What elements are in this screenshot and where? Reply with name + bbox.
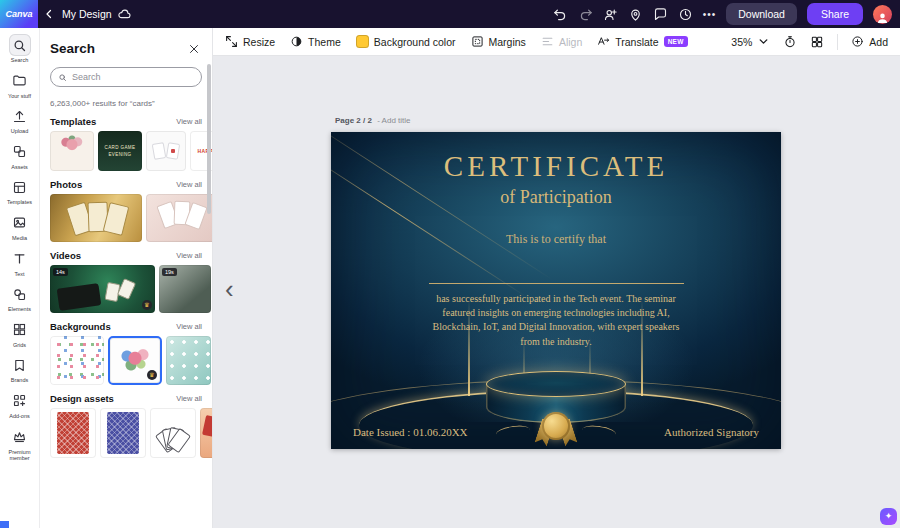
align-icon [541,35,554,48]
timer-button[interactable] [783,35,797,49]
gold-medal-graphic[interactable] [524,408,588,448]
crown-pro-icon: ♛ [147,370,157,380]
photo-thumbnail[interactable] [50,194,142,242]
sidebar-item-templates[interactable]: Templates [0,175,40,207]
invite-members-button[interactable] [603,7,618,22]
photo-thumbnail[interactable] [146,194,212,242]
video-thumbnail[interactable]: 14s ♛ [50,265,155,313]
date-issued[interactable]: Date Issued : 01.06.20XX [353,426,468,438]
design-asset-thumbnail[interactable] [200,408,212,458]
brands-icon [9,354,31,376]
background-thumbnail-selected[interactable]: ♛ [108,336,162,385]
canva-logo[interactable]: Canva [0,0,38,28]
chevron-left-icon [43,8,55,20]
certificate-page[interactable]: CERTIFICATE of Participation This is to … [331,132,781,449]
assistant-button[interactable]: ✦ [880,508,897,525]
sidebar-item-add-ons[interactable]: Add-ons [0,389,40,421]
back-button[interactable] [38,0,60,28]
background-thumbnail[interactable] [50,336,104,385]
crown-icon [9,426,31,448]
view-all-templates[interactable]: View all [176,117,202,126]
panel-title: Search [50,41,95,56]
translate-button[interactable]: Translate NEW [597,35,687,48]
person-icon [876,11,889,24]
template-thumbnail[interactable] [50,131,94,171]
authorized-signatory[interactable]: Authorized Signatory [664,426,759,438]
close-panel-button[interactable] [188,42,202,56]
plus-circle-icon [851,35,864,48]
section-title: Templates [50,116,96,127]
add-title-hint[interactable]: - Add title [377,116,410,125]
name-line[interactable] [429,283,684,284]
cloud-status-icon[interactable] [117,7,132,22]
view-all-videos[interactable]: View all [176,251,202,260]
sidebar-item-media[interactable]: Media [0,211,40,243]
search-box[interactable] [50,67,202,87]
results-count: 6,263,000+ results for “cards” [50,99,202,108]
view-all-photos[interactable]: View all [176,180,202,189]
certificate-title[interactable]: CERTIFICATE [331,150,781,183]
design-toolbar: Resize Theme Background color Margins Al… [213,28,900,56]
view-all-backgrounds[interactable]: View all [176,322,202,331]
margins-button[interactable]: Margins [471,35,526,48]
left-rail: Search Your stuff Upload Assets Template… [0,28,40,528]
video-thumbnail[interactable]: 19s [159,265,211,313]
sidebar-item-text[interactable]: Text [0,247,40,279]
design-asset-thumbnail[interactable] [150,408,196,458]
user-avatar[interactable] [873,5,892,24]
template-thumbnail[interactable] [146,131,186,171]
media-icon [9,212,31,234]
document-title[interactable]: My Design [62,8,112,20]
theme-icon [290,35,303,48]
zoom-control[interactable]: 35% [731,35,770,48]
align-button: Align [541,35,582,48]
version-history-button[interactable] [678,7,693,22]
share-button[interactable]: Share [807,3,863,25]
resize-button[interactable]: Resize [225,35,275,48]
canvas-area[interactable]: ‹ Page 2 / 2 - Add title CERTIFICATE of … [213,56,900,528]
elements-icon [9,283,31,305]
translate-icon [597,35,610,48]
sidebar-item-grids[interactable]: Grids [0,318,40,350]
editor-main: Resize Theme Background color Margins Al… [213,28,900,528]
sidebar-item-elements[interactable]: Elements [0,282,40,314]
templates-icon [9,176,31,198]
add-page-button[interactable]: Add [851,35,888,48]
folder-icon [9,70,31,92]
sidebar-item-assets[interactable]: Assets [0,140,40,172]
upload-icon [9,105,31,127]
comments-button[interactable] [653,7,668,22]
sidebar-item-your-stuff[interactable]: Your stuff [0,69,40,101]
section-photos: Photos View all [50,179,212,242]
design-asset-thumbnail[interactable] [100,408,146,458]
sidebar-item-premium-member[interactable]: Premium member [0,425,40,463]
certify-line[interactable]: This is to certify that [331,232,781,247]
certificate-subtitle[interactable]: of Participation [331,187,781,208]
sidebar-item-upload[interactable]: Upload [0,104,40,136]
view-all-design-assets[interactable]: View all [176,394,202,403]
more-options-button[interactable]: ••• [703,9,717,20]
location-pin-button[interactable] [628,7,643,22]
sidebar-item-search[interactable]: Search [0,33,40,65]
new-badge: NEW [664,36,688,47]
section-design-assets: Design assets View all [50,393,212,458]
undo-button[interactable] [553,7,568,22]
certificate-body[interactable]: has successfully participated in the Tec… [425,292,687,349]
theme-button[interactable]: Theme [290,35,341,48]
template-thumbnail[interactable]: CARD GAME EVENING [98,131,142,171]
search-input[interactable] [72,72,194,82]
sidebar-item-brands[interactable]: Brands [0,353,40,385]
search-icon [58,73,67,82]
text-icon [9,248,31,270]
panel-scrollbar[interactable] [207,64,211,214]
margins-icon [471,35,484,48]
background-color-button[interactable]: Background color [356,35,456,48]
background-thumbnail[interactable] [166,336,211,385]
previous-page-button[interactable]: ‹ [225,276,234,302]
grid-view-button[interactable] [810,35,824,49]
design-asset-thumbnail[interactable] [50,408,96,458]
search-icon [9,34,31,56]
section-title: Photos [50,179,82,190]
redo-button[interactable] [578,7,593,22]
download-button[interactable]: Download [726,3,797,25]
